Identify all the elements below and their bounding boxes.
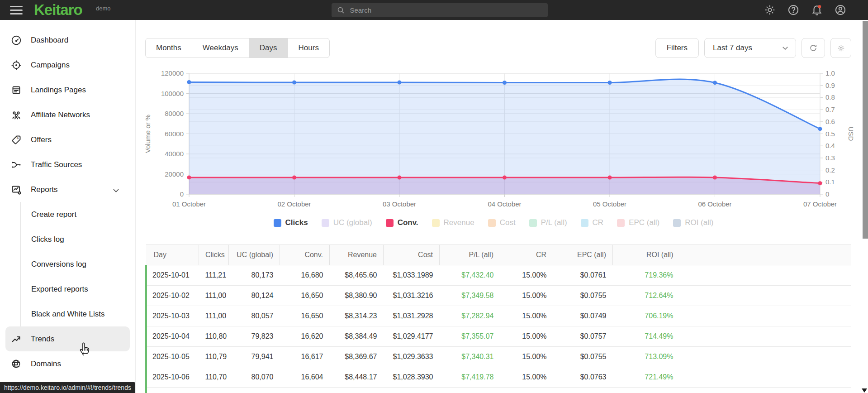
column-header-conv[interactable]: Conv. [280,245,330,265]
svg-text:120000: 120000 [161,69,184,77]
legend-item-cr[interactable]: CR [581,218,604,227]
svg-text:0.7: 0.7 [825,105,835,113]
legend-label: ROI (all) [685,218,713,227]
table-cell: 16,604 [280,367,330,388]
tab-weekdays[interactable]: Weekdays [192,38,249,58]
search-icon [337,6,345,14]
sidebar-item-dashboard[interactable]: Dashboard [0,28,135,53]
domains-icon [11,359,22,369]
svg-text:Volume or %: Volume or % [144,115,152,153]
legend-label: Revenue [444,218,474,227]
table-cell: $0.0755 [553,286,613,306]
sidebar-item-campaigns[interactable]: Campaigns [0,53,135,77]
svg-text:0.1: 0.1 [825,178,835,186]
svg-text:0.2: 0.2 [825,166,835,174]
sidebar-item-trends[interactable]: Trends [5,326,130,351]
sidebar-item-offers[interactable]: $Offers [0,127,135,152]
column-header-p-l-all[interactable]: P/L (all) [440,245,500,265]
gear-small-icon [837,44,845,52]
table-cell: 16,650 [280,306,330,326]
campaigns-icon [11,60,22,71]
refresh-icon [808,43,818,53]
svg-text:60000: 60000 [165,130,184,138]
bell-icon[interactable] [811,4,823,16]
tab-months[interactable]: Months [145,38,192,58]
traffic-icon [11,159,22,170]
tab-hours[interactable]: Hours [288,38,330,58]
search-input[interactable] [349,6,542,14]
toolbar-right-controls: Filters Last 7 days [655,38,851,58]
app-logo[interactable]: Keitaro [34,1,82,19]
sidebar-item-domains[interactable]: Domains [0,351,135,376]
svg-text:04 October: 04 October [488,200,521,208]
sidebar-item-exported-reports[interactable]: Exported reports [21,277,135,302]
table-cell-filler [680,286,852,306]
svg-text:0.4: 0.4 [825,142,835,149]
sidebar-item-label: Domains [31,359,61,369]
hamburger-menu-icon[interactable] [10,6,23,14]
reports-icon [11,184,22,195]
table-cell: $7,355.07 [440,326,500,347]
chart-settings-button[interactable] [830,38,851,58]
date-range-value: Last 7 days [713,43,752,53]
sidebar-item-label: Campaigns [31,61,70,70]
svg-text:0.3: 0.3 [825,154,835,162]
table-cell: 719.36% [613,265,680,286]
sidebar-item-affiliate[interactable]: Affiliate Networks [0,102,135,127]
table-cell: 16,680 [280,265,330,286]
column-header-clicks[interactable]: Clicks [199,245,229,265]
sidebar-item-black-white-lists[interactable]: Black and White Lists [21,302,135,326]
legend-label: P/L (all) [541,218,567,227]
legend-item-uc-global[interactable]: UC (global) [322,218,372,227]
sidebar-item-traffic[interactable]: Traffic Sources [0,152,135,177]
legend-item-roi-all[interactable]: ROI (all) [673,218,713,227]
sidebar-item-clicks-log[interactable]: Clicks log [21,227,135,252]
svg-text:USD: USD [847,127,855,141]
column-header-revenue[interactable]: Revenue [330,245,384,265]
table-cell: $0.0757 [553,326,613,347]
column-header-uc-global[interactable]: UC (global) [229,245,280,265]
svg-text:01 October: 01 October [172,200,206,208]
legend-label: EPC (all) [629,218,659,227]
sidebar-item-create-report[interactable]: Create report [21,202,135,227]
column-header-epc-all[interactable]: EPC (all) [553,245,613,265]
column-header-roi-all[interactable]: ROI (all) [613,245,680,265]
help-icon[interactable] [787,4,799,16]
table-cell: 706.19% [613,306,680,326]
legend-item-p-l-all[interactable]: P/L (all) [529,218,567,227]
sidebar-item-landings[interactable]: Landings Pages [0,77,135,102]
filters-button[interactable]: Filters [655,38,699,58]
table-cell: $3,360.24 [330,388,384,393]
vertical-scrollbar[interactable] [863,21,868,239]
column-header-cost[interactable]: Cost [384,245,440,265]
refresh-button[interactable] [802,38,825,58]
sidebar-item-conversions-log[interactable]: Conversions log [21,252,135,277]
table-cell: 16,617 [280,347,330,367]
table-cell-filler [680,388,852,393]
column-header-cr[interactable]: CR [500,245,553,265]
table-cell: $7,349.58 [440,286,500,306]
chart-legend: ClicksUC (global)Conv.RevenueCostP/L (al… [136,218,851,227]
date-range-select[interactable]: Last 7 days [704,38,796,58]
table-cell: 111,00 [199,306,229,326]
trends-chart-area: 00.10.20.30.40.50.60.70.80.91.0020000400… [136,63,868,213]
sidebar-item-reports[interactable]: Reports [0,177,135,202]
tab-days[interactable]: Days [249,38,288,58]
legend-item-cost[interactable]: Cost [488,218,516,227]
gear-icon[interactable] [764,4,776,16]
table-cell-filler [680,306,852,326]
legend-item-epc-all[interactable]: EPC (all) [617,218,659,227]
table-cell: 15.00% [500,306,553,326]
svg-text:0.9: 0.9 [825,81,835,89]
legend-item-clicks[interactable]: Clicks [274,218,308,227]
svg-text:02 October: 02 October [277,200,311,208]
scrollbar-down-arrow-icon[interactable] [862,388,867,393]
table-cell: $1,029.3633 [384,347,440,367]
global-search[interactable] [332,3,548,17]
legend-item-conv[interactable]: Conv. [386,218,418,227]
svg-text:40000: 40000 [165,150,184,158]
chevron-down-icon [781,44,789,52]
legend-item-revenue[interactable]: Revenue [432,218,474,227]
account-icon[interactable] [835,4,846,16]
column-header-day[interactable]: Day [146,245,199,265]
